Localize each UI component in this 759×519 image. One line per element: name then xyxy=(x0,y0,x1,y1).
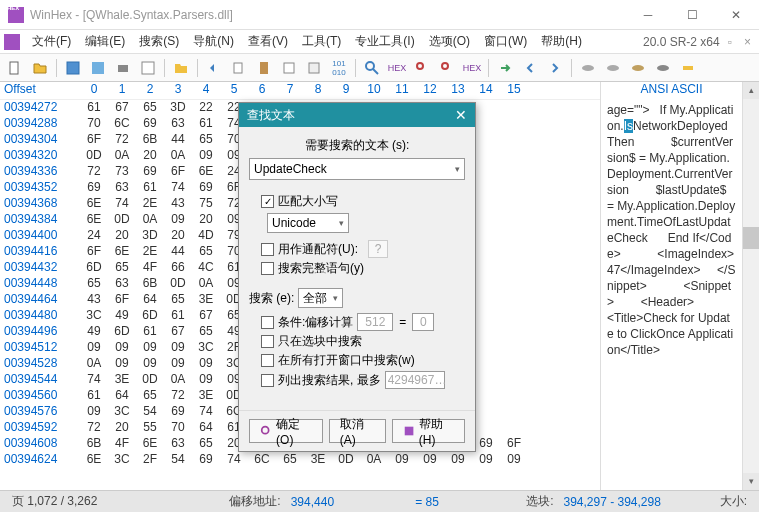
byte-value[interactable]: 6D xyxy=(80,260,108,276)
byte-value[interactable]: 75 xyxy=(192,196,220,212)
ok-button[interactable]: 确定(O) xyxy=(249,419,323,443)
byte-value[interactable]: 6E xyxy=(136,436,164,452)
undo-button[interactable] xyxy=(203,57,225,79)
scroll-up-icon[interactable]: ▴ xyxy=(743,82,759,99)
byte-value[interactable]: 09 xyxy=(472,452,500,468)
disk4-button[interactable] xyxy=(652,57,674,79)
byte-value[interactable]: 69 xyxy=(136,164,164,180)
byte-value[interactable]: 70 xyxy=(164,420,192,436)
disk1-button[interactable] xyxy=(577,57,599,79)
byte-value[interactable]: 0D xyxy=(332,452,360,468)
encoding-combo[interactable]: Unicode▾ xyxy=(267,213,349,233)
byte-value[interactable]: 2E xyxy=(136,244,164,260)
byte-value[interactable]: 09 xyxy=(108,356,136,372)
byte-value[interactable]: 0A xyxy=(80,356,108,372)
byte-value[interactable]: 74 xyxy=(164,180,192,196)
byte-value[interactable]: 72 xyxy=(80,164,108,180)
byte-value[interactable]: 24 xyxy=(80,228,108,244)
byte-value[interactable]: 44 xyxy=(164,244,192,260)
close-button[interactable]: ✕ xyxy=(721,4,751,26)
menu-file[interactable]: 文件(F) xyxy=(26,31,77,52)
byte-value[interactable]: 0A xyxy=(192,276,220,292)
byte-value[interactable]: 6E xyxy=(192,164,220,180)
byte-value[interactable]: 09 xyxy=(80,404,108,420)
byte-value[interactable]: 6F xyxy=(80,132,108,148)
byte-value[interactable]: 09 xyxy=(108,340,136,356)
new-button[interactable] xyxy=(4,57,26,79)
byte-value[interactable]: 74 xyxy=(192,404,220,420)
menu-view[interactable]: 查看(V) xyxy=(242,31,294,52)
byte-value[interactable]: 3E xyxy=(192,388,220,404)
allwin-checkbox[interactable] xyxy=(261,354,274,367)
scroll-thumb[interactable] xyxy=(743,227,759,249)
replace-button[interactable] xyxy=(436,57,458,79)
menu-options[interactable]: 选项(O) xyxy=(423,31,476,52)
byte-value[interactable]: 09 xyxy=(164,212,192,228)
byte-value[interactable]: 65 xyxy=(192,324,220,340)
byte-value[interactable]: 65 xyxy=(136,100,164,116)
byte-value[interactable]: 6E xyxy=(80,196,108,212)
byte-value[interactable]: 09 xyxy=(136,356,164,372)
byte-value[interactable]: 65 xyxy=(192,244,220,260)
byte-value[interactable]: 3E xyxy=(192,292,220,308)
byte-value[interactable]: 6F xyxy=(500,436,528,452)
byte-value[interactable]: 65 xyxy=(136,388,164,404)
byte-value[interactable]: 69 xyxy=(136,116,164,132)
simul-button[interactable]: HEX xyxy=(461,57,483,79)
byte-value[interactable]: 0A xyxy=(136,212,164,228)
whole-checkbox[interactable] xyxy=(261,262,274,275)
scroll-down-icon[interactable]: ▾ xyxy=(743,473,759,490)
byte-value[interactable]: 6E xyxy=(108,244,136,260)
match-case-checkbox[interactable]: ✓ xyxy=(261,195,274,208)
byte-value[interactable]: 69 xyxy=(472,436,500,452)
byte-value[interactable]: 0A xyxy=(108,148,136,164)
byte-value[interactable]: 3C xyxy=(108,452,136,468)
tab-close-icon[interactable]: × xyxy=(740,35,755,49)
list-checkbox[interactable] xyxy=(261,374,274,387)
byte-value[interactable]: 54 xyxy=(136,404,164,420)
search-text-input[interactable]: UpdateCheck▾ xyxy=(249,158,465,180)
byte-value[interactable]: 09 xyxy=(388,452,416,468)
byte-value[interactable]: 4F xyxy=(108,436,136,452)
sel-checkbox[interactable] xyxy=(261,335,274,348)
byte-value[interactable]: 65 xyxy=(192,132,220,148)
byte-value[interactable]: 0A xyxy=(360,452,388,468)
menu-help[interactable]: 帮助(H) xyxy=(535,31,588,52)
byte-value[interactable]: 64 xyxy=(136,292,164,308)
byte-value[interactable]: 72 xyxy=(80,420,108,436)
byte-value[interactable]: 20 xyxy=(108,420,136,436)
maximize-button[interactable]: ☐ xyxy=(677,4,707,26)
byte-value[interactable]: 09 xyxy=(164,356,192,372)
byte-value[interactable]: 3E xyxy=(108,372,136,388)
byte-value[interactable]: 6E xyxy=(80,212,108,228)
cut-button[interactable] xyxy=(278,57,300,79)
byte-value[interactable]: 67 xyxy=(164,324,192,340)
byte-value[interactable]: 6F xyxy=(164,164,192,180)
byte-value[interactable]: 61 xyxy=(136,180,164,196)
cond-input2[interactable]: 0 xyxy=(412,313,434,331)
byte-value[interactable]: 72 xyxy=(108,132,136,148)
cond-input1[interactable]: 512 xyxy=(357,313,393,331)
disk2-button[interactable] xyxy=(602,57,624,79)
byte-value[interactable]: 09 xyxy=(444,452,472,468)
byte-value[interactable]: 67 xyxy=(108,100,136,116)
byte-value[interactable]: 4C xyxy=(192,260,220,276)
hex-button[interactable]: 101010 xyxy=(328,57,350,79)
byte-value[interactable]: 6C xyxy=(108,116,136,132)
ascii-content[interactable]: age=""> If My.Application.IsNetworkDeplo… xyxy=(601,100,742,490)
byte-value[interactable]: 66 xyxy=(164,260,192,276)
copy-button[interactable] xyxy=(228,57,250,79)
byte-value[interactable]: 0D xyxy=(80,148,108,164)
byte-value[interactable]: 61 xyxy=(136,324,164,340)
byte-value[interactable]: 65 xyxy=(192,436,220,452)
byte-value[interactable]: 55 xyxy=(136,420,164,436)
byte-value[interactable]: 6B xyxy=(80,436,108,452)
byte-value[interactable]: 61 xyxy=(192,116,220,132)
byte-value[interactable]: 74 xyxy=(80,372,108,388)
byte-value[interactable]: 63 xyxy=(108,180,136,196)
byte-value[interactable]: 6F xyxy=(80,244,108,260)
scrollbar[interactable]: ▴ ▾ xyxy=(742,82,759,490)
byte-value[interactable]: 44 xyxy=(164,132,192,148)
byte-value[interactable]: 64 xyxy=(108,388,136,404)
byte-value[interactable]: 3E xyxy=(304,452,332,468)
